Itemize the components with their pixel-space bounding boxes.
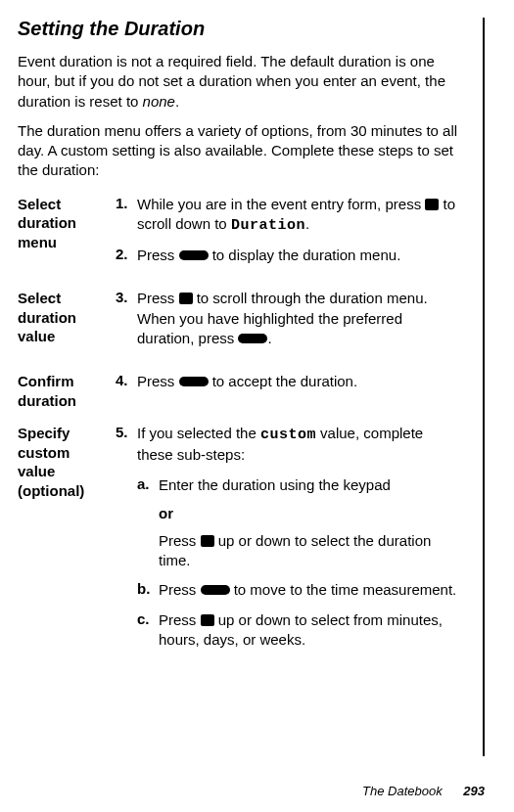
sub-text: Enter the duration using the keypad [159, 475, 463, 495]
step-content-4: 5. If you selected the custom value, com… [116, 424, 463, 673]
step-text: Press to accept the duration. [137, 372, 463, 391]
step-content-2: 3. Press to scroll through the duration … [116, 289, 463, 372]
step-row-3: Confirm duration 4. Press to accept the … [18, 372, 463, 424]
intro1-none: none [143, 93, 175, 110]
intro1-a: Event duration is not a required field. … [18, 53, 445, 110]
step-number: 1. [116, 195, 137, 237]
soft-key-icon [238, 334, 267, 343]
soft-key-icon [179, 377, 209, 386]
intro-paragraph-1: Event duration is not a required field. … [18, 52, 463, 112]
sub-letter: c. [137, 610, 159, 651]
mono-text: custom [260, 427, 316, 443]
text-part: Press [159, 581, 201, 598]
intro1-b: . [175, 93, 179, 110]
text-part: If you selected the [137, 425, 260, 441]
label-text: value [18, 328, 55, 344]
text-part: Press [137, 373, 179, 389]
step-label-4: Specify custom value (optional) [18, 424, 116, 673]
step-content-3: 4. Press to accept the duration. [116, 372, 463, 424]
label-text: Select [18, 196, 61, 212]
step-number: 5. [116, 424, 137, 466]
sub-letter: b. [137, 580, 159, 600]
text-part: . [267, 330, 271, 346]
or-text: Press up or down to select the duration … [159, 531, 463, 571]
text-part: Press [137, 290, 179, 306]
text-part: While you are in the event entry form, p… [137, 196, 425, 212]
text-part: Press [159, 532, 201, 549]
step-label-2: Select duration value [18, 289, 116, 372]
section-title: Setting the Duration [18, 18, 463, 40]
numbered-item-1: 1. While you are in the event entry form… [116, 195, 463, 237]
sub-item-b: b. Press to move to the time measurement… [137, 580, 463, 600]
step-row-4: Specify custom value (optional) 5. If yo… [18, 424, 463, 673]
label-text: Select [18, 290, 61, 306]
nav-key-icon [179, 293, 193, 304]
intro-paragraph-2: The duration menu offers a variety of op… [18, 121, 463, 181]
step-row-2: Select duration value 3. Press to scroll… [18, 289, 463, 372]
step-text: Press to scroll through the duration men… [137, 289, 463, 348]
step-text: If you selected the custom value, comple… [137, 424, 463, 466]
numbered-item-2: 2. Press to display the duration menu. [116, 246, 463, 265]
sub-item-a: a. Enter the duration using the keypad [137, 475, 463, 495]
text-part: . [305, 215, 309, 232]
step-text: While you are in the event entry form, p… [137, 195, 463, 237]
label-text: duration [18, 214, 76, 231]
page-footer: The Datebook 293 [362, 784, 485, 798]
label-text: (optional) [18, 482, 84, 499]
sub-text: Press up or down to select from minutes,… [159, 610, 463, 651]
numbered-item-4: 4. Press to accept the duration. [116, 372, 463, 391]
label-text: duration [18, 392, 76, 409]
nav-key-icon [425, 199, 439, 210]
page-number: 293 [463, 784, 485, 798]
text-part: Press [159, 611, 201, 628]
numbered-item-3: 3. Press to scroll through the duration … [116, 289, 463, 348]
label-text: duration [18, 309, 76, 326]
soft-key-icon [201, 585, 230, 595]
sub-letter: a. [137, 475, 159, 495]
step-number: 3. [116, 289, 137, 348]
step-content-1: 1. While you are in the event entry form… [116, 195, 463, 290]
label-text: Specify [18, 425, 70, 441]
label-text: Confirm [18, 373, 74, 389]
step-text: Press to display the duration menu. [137, 246, 463, 265]
label-text: custom [18, 444, 70, 461]
mono-text: Duration [231, 217, 305, 234]
label-text: value [18, 463, 55, 479]
step-number: 4. [116, 372, 137, 391]
content-area: Setting the Duration Event duration is n… [18, 18, 485, 756]
text-part: to move to the time measurement. [230, 581, 457, 598]
sub-text: Press to move to the time measurement. [159, 580, 463, 600]
text-part: Press [137, 247, 179, 263]
label-text: menu [18, 234, 57, 250]
footer-label: The Datebook [362, 784, 443, 798]
text-part: to display the duration menu. [209, 247, 401, 263]
nav-key-icon [201, 535, 214, 547]
step-label-3: Confirm duration [18, 372, 116, 424]
nav-key-icon [201, 614, 214, 626]
numbered-item-5: 5. If you selected the custom value, com… [116, 424, 463, 466]
step-row-1: Select duration menu 1. While you are in… [18, 195, 463, 290]
steps-table: Select duration menu 1. While you are in… [18, 195, 463, 674]
soft-key-icon [179, 250, 209, 260]
step-label-1: Select duration menu [18, 195, 116, 290]
step-number: 2. [116, 246, 137, 265]
text-part: to accept the duration. [209, 373, 358, 389]
sub-item-c: c. Press up or down to select from minut… [137, 610, 463, 651]
or-label: or [159, 505, 463, 521]
